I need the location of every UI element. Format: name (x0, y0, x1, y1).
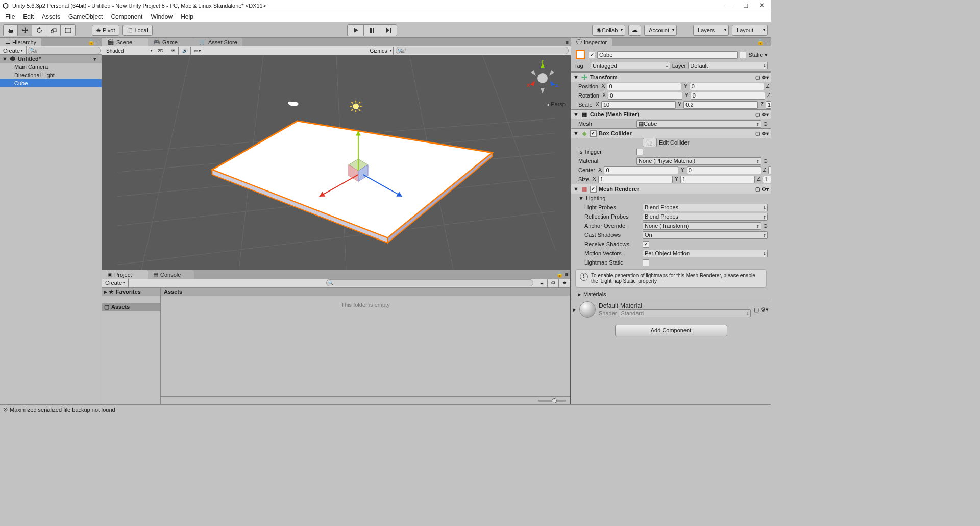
assets-node[interactable]: ▢ Assets (102, 303, 160, 311)
project-tab[interactable]: ▣ Project (102, 270, 148, 279)
physic-material-field[interactable]: None (Physic Material) (636, 157, 761, 165)
orientation-gizmo[interactable]: y x z (525, 60, 560, 96)
account-dropdown[interactable]: Account (644, 25, 677, 36)
rotate-tool[interactable] (32, 25, 46, 36)
lightmap-static-checkbox[interactable] (643, 259, 649, 266)
renderer-enabled[interactable]: ✔ (590, 186, 597, 193)
col-cy[interactable] (687, 166, 761, 174)
scene-header[interactable]: ▼ Untitled* ▾≡ (0, 55, 102, 63)
scl-y[interactable] (683, 101, 758, 109)
scale-tool[interactable] (46, 25, 61, 36)
mesh-picker-icon[interactable]: ⊙ (763, 121, 768, 127)
active-checkbox[interactable]: ✔ (589, 52, 595, 58)
is-trigger-checkbox[interactable] (636, 149, 643, 155)
pivot-toggle[interactable]: ◈Pivot (92, 25, 119, 36)
menu-window[interactable]: Window (151, 13, 173, 20)
transform-header[interactable]: ▼ Transform▢ ⚙▾ (571, 73, 771, 82)
play-button[interactable] (348, 25, 364, 36)
layer-dropdown[interactable]: Default (688, 62, 768, 69)
close-button[interactable]: ✕ (759, 2, 765, 9)
perspective-label[interactable]: ◂ Persp (547, 101, 566, 107)
shader-dropdown[interactable]: Standard (619, 309, 750, 317)
search-filter-icon[interactable]: ⬙ (536, 279, 548, 287)
inspector-tab[interactable]: ⓘ Inspector (571, 38, 612, 46)
search-label-icon[interactable]: 🏷 (548, 279, 559, 287)
edit-collider-button[interactable]: ⬚ (643, 138, 657, 147)
mesh-icon: ▦ (581, 111, 588, 118)
hierarchy-search-input[interactable]: All (28, 47, 101, 54)
hierarchy-item-directional-light[interactable]: Directional Light (0, 71, 102, 79)
hand-tool[interactable] (4, 25, 18, 36)
hierarchy-item-main-camera[interactable]: Main Camera (0, 63, 102, 71)
gizmos-dropdown[interactable]: Gizmos (367, 47, 394, 55)
static-checkbox[interactable] (740, 52, 746, 58)
project-create-button[interactable]: Create (102, 279, 129, 287)
col-cz[interactable] (768, 166, 771, 174)
add-component-button[interactable]: Add Component (615, 325, 727, 336)
shading-mode-dropdown[interactable]: Shaded (103, 47, 154, 55)
unity-logo-icon (2, 2, 9, 9)
search-star-icon[interactable]: ★ (559, 279, 570, 287)
hierarchy-item-cube[interactable]: Cube (0, 79, 102, 87)
scl-z[interactable] (766, 101, 771, 109)
motion-vectors-dropdown[interactable]: Per Object Motion (643, 250, 768, 257)
rot-y[interactable] (691, 92, 765, 100)
fx-toggle[interactable]: ▭▾ (192, 47, 203, 55)
console-tab[interactable]: ▤ Console (148, 270, 194, 279)
rot-x[interactable] (608, 92, 682, 100)
collab-dropdown[interactable]: ◉ Collab (592, 25, 625, 36)
favorites-node[interactable]: ▸ ★ Favorites (102, 288, 160, 296)
cloud-button[interactable]: ☁ (628, 25, 641, 36)
minimize-button[interactable]: — (726, 2, 732, 9)
breadcrumb[interactable]: Assets (161, 288, 570, 296)
tag-dropdown[interactable]: Untagged (591, 62, 670, 69)
maximize-button[interactable]: □ (744, 2, 748, 9)
reflection-probes-dropdown[interactable]: Blend Probes (643, 213, 768, 221)
col-cx[interactable] (604, 166, 678, 174)
menu-edit[interactable]: Edit (23, 13, 34, 20)
physic-material-picker-icon[interactable]: ⊙ (763, 158, 768, 164)
layers-dropdown[interactable]: Layers (693, 25, 729, 36)
col-sy[interactable] (680, 176, 755, 183)
gameobject-name-input[interactable] (597, 51, 738, 59)
box-collider-enabled[interactable]: ✔ (590, 130, 597, 137)
icon-size-slider[interactable] (161, 396, 570, 404)
menu-gameobject[interactable]: GameObject (68, 13, 103, 20)
step-button[interactable] (380, 25, 397, 36)
layout-dropdown[interactable]: Layout (732, 25, 768, 36)
mesh-field[interactable]: ▦ Cube (636, 120, 761, 128)
col-sx[interactable] (598, 176, 673, 183)
menu-file[interactable]: File (5, 13, 15, 20)
pause-button[interactable] (364, 25, 380, 36)
pos-x[interactable] (607, 83, 681, 90)
receive-shadows-checkbox[interactable]: ✔ (643, 241, 649, 248)
anchor-override-field[interactable]: None (Transform) (643, 222, 761, 230)
cast-shadows-dropdown[interactable]: On (643, 231, 768, 239)
svg-rect-2 (51, 31, 53, 33)
game-tab[interactable]: 🎮 Game (148, 38, 194, 46)
rect-tool[interactable] (61, 25, 75, 36)
hierarchy-create-button[interactable]: Create (0, 46, 27, 55)
project-search-input[interactable] (326, 279, 533, 286)
scene-search-input[interactable]: All (396, 47, 569, 54)
col-sz[interactable] (763, 176, 771, 183)
scl-x[interactable] (601, 101, 676, 109)
scene-tab[interactable]: 🎬 Scene (102, 38, 148, 46)
menu-component[interactable]: Component (111, 13, 142, 20)
mesh-filter-header[interactable]: ▼ ▦ Cube (Mesh Filter)▢ ⚙▾ (571, 110, 771, 119)
2d-toggle[interactable]: 2D (155, 47, 166, 55)
light-probes-dropdown[interactable]: Blend Probes (643, 204, 768, 211)
move-tool[interactable] (18, 25, 32, 36)
menu-help[interactable]: Help (181, 13, 193, 20)
pos-y[interactable] (690, 83, 764, 90)
box-collider-header[interactable]: ▼ ◈ ✔ Box Collider▢ ⚙▾ (571, 129, 771, 138)
mesh-renderer-header[interactable]: ▼ ▦ ✔ Mesh Renderer▢ ⚙▾ (571, 184, 771, 194)
asset-store-tab[interactable]: 🛒 Asset Store (194, 38, 242, 46)
scene-viewport[interactable]: y x z ◂ Persp (102, 55, 571, 270)
hierarchy-tab[interactable]: ☰ Hierarchy (0, 38, 41, 46)
menu-assets[interactable]: Assets (42, 13, 60, 20)
hierarchy-lock-icon[interactable]: 🔒 ≡ (86, 38, 102, 46)
audio-toggle[interactable]: 🔊 (180, 47, 191, 55)
lighting-toggle[interactable]: ☀ (167, 47, 179, 55)
local-toggle[interactable]: ⬚Local (122, 25, 152, 36)
